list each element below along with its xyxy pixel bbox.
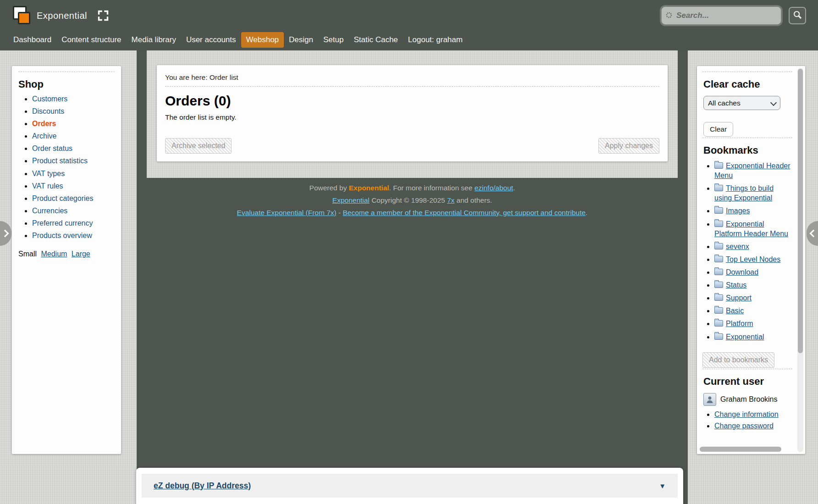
bookmark-link[interactable]: Exponential	[726, 333, 764, 341]
brand-row: Exponential	[13, 6, 109, 26]
size-large-link[interactable]: Large	[72, 250, 90, 258]
nav-item[interactable]: Content structure	[56, 32, 126, 48]
bookmark-link[interactable]: Basic	[726, 307, 744, 315]
bookmark-item: Exponential	[714, 332, 792, 342]
bookmark-link[interactable]: sevenx	[726, 243, 749, 250]
current-user-row: Graham Brookins	[703, 393, 792, 406]
search-icon	[793, 10, 802, 21]
bookmark-link[interactable]: Status	[726, 281, 746, 289]
shop-menu-item: Products overview	[32, 232, 116, 240]
nav-item[interactable]: Webshop	[241, 32, 284, 48]
community-link[interactable]: Become a member of the Exponential Commu…	[343, 209, 586, 216]
footer-text: .	[586, 209, 587, 216]
evaluate-link[interactable]: Evaluate Exponential (From 7x)	[237, 209, 337, 216]
divider	[702, 138, 792, 138]
search-button[interactable]	[789, 7, 806, 24]
shop-menu-link[interactable]: VAT types	[32, 170, 65, 177]
button-row: Archive selected Apply changes	[165, 138, 659, 154]
clear-cache-button[interactable]: Clear	[703, 122, 733, 137]
shop-panel: Shop Customers Discounts Orders Archive …	[12, 66, 121, 454]
tools-panel: Clear cache All caches Clear Bookmarks E…	[697, 66, 805, 454]
size-medium-link[interactable]: Medium	[41, 250, 67, 258]
exponential-link[interactable]: Exponential	[332, 196, 370, 204]
footer: Powered by Exponential. For more informa…	[147, 182, 678, 219]
folder-icon	[714, 320, 723, 327]
folder-icon	[714, 207, 723, 214]
shop-menu-link[interactable]: Product statistics	[32, 157, 88, 165]
user-link[interactable]: Change information	[714, 410, 779, 418]
chevron-left-icon	[809, 230, 817, 238]
user-name: Graham Brookins	[720, 395, 778, 404]
size-switcher: Small Medium Large	[18, 250, 116, 258]
footer-text: -	[337, 209, 343, 216]
nav-item[interactable]: Static Cache	[348, 32, 403, 48]
nav-item[interactable]: Design	[284, 32, 318, 48]
folder-icon	[714, 307, 723, 314]
shop-menu-link[interactable]: Discounts	[32, 107, 64, 115]
archive-selected-button[interactable]: Archive selected	[165, 138, 232, 154]
ezinfo-about-link[interactable]: ezinfo/about	[475, 184, 513, 192]
folder-icon	[714, 333, 723, 340]
bookmarks-list: Exponential Header Menu Things to build …	[702, 161, 792, 342]
avatar	[703, 393, 716, 406]
horizontal-scrollbar-thumb[interactable]	[700, 447, 781, 452]
user-links: Change information Change password	[702, 410, 792, 430]
nav-item[interactable]: Media library	[127, 32, 181, 48]
shop-menu-link[interactable]: Orders	[32, 120, 56, 127]
nav-item[interactable]: User accounts	[181, 32, 241, 48]
user-link-item: Change information	[714, 410, 792, 419]
divider	[165, 86, 659, 87]
fullscreen-icon[interactable]	[97, 10, 109, 22]
bookmark-item: Exponential Platform Header Menu	[714, 219, 792, 238]
bookmark-link[interactable]: Exponential Platform Header Menu	[714, 220, 788, 238]
shop-menu-link[interactable]: Currencies	[32, 207, 67, 215]
bookmark-link[interactable]: Exponential Header Menu	[714, 162, 790, 179]
page: Exponential	[0, 0, 818, 504]
nav-item[interactable]: Setup	[318, 32, 348, 48]
size-current: Small	[18, 250, 37, 258]
add-to-bookmarks-button[interactable]: Add to bookmarks	[702, 352, 774, 368]
bookmark-link[interactable]: Top Level Nodes	[726, 255, 780, 263]
cache-select[interactable]: All caches	[703, 96, 780, 110]
shop-title: Shop	[18, 78, 116, 90]
folder-icon	[714, 185, 723, 191]
divider	[702, 72, 792, 72]
shop-menu-link[interactable]: Customers	[32, 95, 67, 103]
bookmark-link[interactable]: Platform	[726, 320, 753, 327]
shop-menu-item: VAT rules	[32, 182, 116, 190]
bookmark-link[interactable]: Support	[726, 294, 752, 302]
shop-menu-link[interactable]: Order status	[32, 144, 72, 152]
current-user-title: Current user	[703, 376, 792, 388]
bookmarks-title: Bookmarks	[703, 144, 792, 156]
shop-menu-link[interactable]: Preferred currency	[32, 219, 93, 227]
page-title: Orders (0)	[165, 93, 659, 109]
folder-icon	[714, 221, 723, 227]
bookmark-link[interactable]: Things to build using Exponential	[714, 184, 774, 202]
sevenx-link[interactable]: 7x	[447, 196, 454, 204]
shop-menu-link[interactable]: VAT rules	[32, 182, 63, 190]
shop-menu-item: Product statistics	[32, 157, 116, 165]
shop-menu-link[interactable]: Products overview	[32, 232, 92, 239]
folder-icon	[714, 243, 723, 249]
shop-menu-link[interactable]: Product categories	[32, 194, 93, 202]
vertical-scrollbar[interactable]	[797, 68, 803, 452]
apply-changes-button[interactable]: Apply changes	[598, 138, 659, 154]
vertical-scrollbar-thumb[interactable]	[798, 69, 803, 353]
bookmark-link[interactable]: Download	[726, 268, 758, 276]
debug-toggle-icon[interactable]: ▼	[659, 482, 666, 490]
logo-icon[interactable]	[13, 6, 31, 25]
nav-item[interactable]: Logout: graham	[403, 32, 468, 48]
shop-menu: Customers Discounts Orders Archive Order…	[17, 95, 116, 240]
footer-line-1: Powered by Exponential. For more informa…	[147, 182, 678, 194]
debug-title-link[interactable]: eZ debug (By IP Address)	[154, 481, 251, 491]
shop-menu-item: Customers	[32, 95, 116, 103]
divider	[18, 72, 115, 72]
shop-menu-link[interactable]: Archive	[32, 132, 56, 140]
nav-item[interactable]: Dashboard	[8, 32, 56, 48]
folder-icon	[714, 256, 723, 262]
footer-brand: Exponential	[349, 184, 389, 192]
search-input[interactable]	[661, 6, 781, 25]
bookmark-link[interactable]: Images	[726, 207, 750, 215]
bookmark-item: Support	[714, 293, 792, 303]
user-link[interactable]: Change password	[714, 422, 774, 430]
